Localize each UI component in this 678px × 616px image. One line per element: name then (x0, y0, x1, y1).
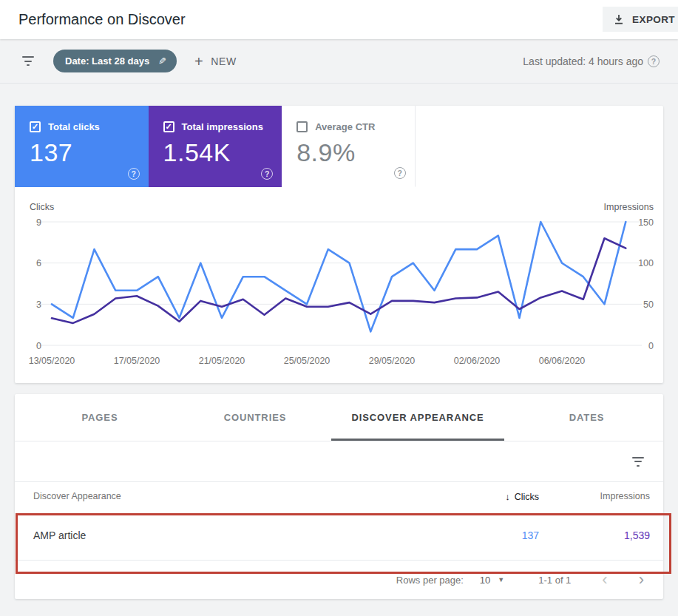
column-header-impressions[interactable]: Impressions (539, 491, 650, 501)
last-updated: Last updated: 4 hours ago ? (523, 55, 660, 67)
total-impressions-value: 1.54K (163, 138, 268, 167)
chart-area: 9630150100500ClicksImpressions13/05/2020… (15, 187, 663, 383)
date-filter-chip[interactable]: Date: Last 28 days ✎ (53, 50, 177, 72)
help-icon[interactable]: ? (261, 168, 273, 180)
row-name: AMP article (33, 529, 443, 541)
svg-text:50: 50 (643, 299, 654, 310)
app-header: Performance on Discover EXPORT (0, 0, 678, 39)
average-ctr-value: 8.9% (296, 138, 400, 167)
svg-text:0: 0 (36, 341, 41, 351)
svg-text:9: 9 (36, 217, 41, 228)
column-header-clicks[interactable]: ↓Clicks (443, 491, 539, 502)
svg-text:06/06/2020: 06/06/2020 (539, 356, 586, 366)
column-header-name[interactable]: Discover Appearance (33, 491, 443, 501)
tab-countries[interactable]: COUNTRIES (185, 394, 325, 441)
tile-label: Total impressions (182, 121, 263, 132)
table-toolbar (15, 441, 663, 482)
plus-icon: + (194, 54, 203, 69)
svg-text:25/05/2020: 25/05/2020 (284, 356, 330, 366)
table-filter-icon[interactable] (632, 457, 644, 467)
row-impressions-value: 1,539 (539, 529, 650, 541)
sort-desc-icon: ↓ (505, 491, 510, 502)
svg-text:3: 3 (36, 299, 41, 310)
filter-list-icon[interactable] (22, 56, 34, 66)
dropdown-arrow-icon[interactable]: ▼ (498, 576, 504, 583)
date-chip-label: Date: Last 28 days (65, 55, 149, 67)
previous-page-button[interactable]: ‹ (599, 572, 610, 588)
svg-text:100: 100 (638, 258, 654, 268)
table-row[interactable]: AMP article 137 1,539 (15, 510, 663, 561)
svg-text:21/05/2020: 21/05/2020 (199, 356, 245, 366)
checkbox-checked-icon[interactable]: ✓ (163, 121, 174, 132)
page-title: Performance on Discover (18, 11, 186, 28)
total-clicks-tile[interactable]: ✓ Total clicks 137 ? (15, 106, 149, 187)
export-label: EXPORT (632, 14, 675, 25)
help-icon[interactable]: ? (394, 167, 406, 179)
checkbox-unchecked-icon[interactable] (296, 121, 308, 132)
rows-per-page-label: Rows per page: (396, 575, 464, 586)
row-clicks-value: 137 (443, 529, 539, 541)
checkbox-checked-icon[interactable]: ✓ (30, 121, 41, 132)
table-footer: Rows per page: 10 ▼ 1-1 of 1 ‹ › (15, 561, 663, 599)
export-button[interactable]: EXPORT (603, 7, 678, 32)
performance-summary-card: ✓ Total clicks 137 ? ✓ Total impressions… (15, 106, 663, 383)
tile-label: Total clicks (48, 121, 100, 132)
download-icon (613, 13, 625, 25)
tab-dates[interactable]: DATES (510, 394, 663, 441)
metric-tiles: ✓ Total clicks 137 ? ✓ Total impressions… (15, 106, 663, 187)
pencil-icon[interactable]: ✎ (158, 55, 166, 67)
average-ctr-tile[interactable]: Average CTR 8.9% ? (282, 106, 416, 187)
new-label: NEW (211, 55, 236, 67)
svg-text:13/05/2020: 13/05/2020 (29, 356, 75, 366)
pagination-range: 1-1 of 1 (538, 575, 571, 586)
performance-chart[interactable]: 9630150100500ClicksImpressions13/05/2020… (15, 200, 663, 376)
tab-discover-appearance[interactable]: DISCOVER APPEARANCE (325, 394, 510, 441)
details-table-card: PAGES COUNTRIES DISCOVER APPEARANCE DATE… (15, 394, 663, 599)
rows-per-page-value[interactable]: 10 (480, 575, 490, 586)
svg-text:0: 0 (648, 341, 654, 351)
total-clicks-value: 137 (30, 138, 134, 167)
help-icon[interactable]: ? (128, 168, 140, 180)
svg-text:Impressions: Impressions (604, 202, 654, 212)
table-header-row: Discover Appearance ↓Clicks Impressions (15, 482, 663, 510)
filter-bar: Date: Last 28 days ✎ + NEW Last updated:… (0, 39, 678, 84)
svg-text:6: 6 (36, 258, 41, 268)
clicks-header-label: Clicks (515, 492, 539, 502)
help-icon[interactable]: ? (648, 55, 660, 67)
tab-pages[interactable]: PAGES (15, 394, 185, 441)
tile-label: Average CTR (315, 121, 375, 132)
last-updated-text: Last updated: 4 hours ago (523, 55, 643, 67)
new-filter-button[interactable]: + NEW (194, 54, 237, 69)
svg-text:Clicks: Clicks (30, 202, 54, 212)
total-impressions-tile[interactable]: ✓ Total impressions 1.54K ? (149, 106, 282, 187)
next-page-button[interactable]: › (636, 572, 647, 588)
svg-text:02/06/2020: 02/06/2020 (454, 356, 501, 366)
table-tabs: PAGES COUNTRIES DISCOVER APPEARANCE DATE… (15, 394, 663, 441)
svg-text:29/05/2020: 29/05/2020 (369, 356, 416, 366)
svg-text:150: 150 (638, 217, 654, 228)
svg-text:17/05/2020: 17/05/2020 (114, 356, 160, 366)
